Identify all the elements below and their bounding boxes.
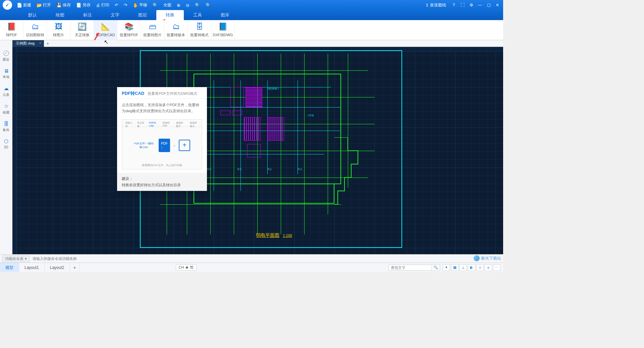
pan-button[interactable]: ✋平移 [131, 2, 149, 9]
tab-convert[interactable]: 转换 [156, 10, 184, 20]
sidebar-item-recent[interactable]: 🕘最近 [3, 50, 9, 62]
search-button[interactable]: 🔍 [432, 264, 440, 271]
document-tabs: 示例图.dwg× + [12, 40, 503, 47]
send-drawing-button[interactable]: ⇪发送图纸 [423, 2, 448, 9]
ribbon-dxf-dwg[interactable]: 📘DXF转DWG [211, 20, 235, 40]
layout-tab-model[interactable]: 模型 [0, 263, 19, 272]
ribbon-label: 批量转格式 [190, 32, 209, 38]
plus-icon: + [179, 140, 190, 151]
main-area: 🕘最近 🖥本地 ☁云盘 ☆收藏 🗄备份 ⬡3D 示例图.dwg× + [0, 40, 503, 254]
status-lineweight-icon[interactable]: ≡ [485, 264, 492, 271]
ribbon-batch-image[interactable]: 🗃批量转图片 [141, 20, 164, 40]
status-osnap-icon[interactable]: ◇ [476, 264, 484, 271]
redo-button[interactable]: ↷ [122, 2, 129, 8]
tab-default[interactable]: 默认 [19, 10, 46, 20]
status-grid-icon[interactable]: ▦ [451, 264, 459, 271]
save-button[interactable]: 💾保存 [54, 2, 73, 9]
ribbon-frame-convert[interactable]: 🗂识别图框转 [23, 20, 47, 40]
open-button[interactable]: 📂打开 [35, 2, 53, 9]
drawing-canvas[interactable]: C字形 消防楼梯门 办公 办公 办公 办公 弱电平面图1:100 PDF转CAD… [12, 47, 503, 254]
batchimg-icon: 🗃 [149, 22, 156, 31]
help-icon[interactable]: ? [451, 3, 457, 7]
title-bar-right: ⇪发送图纸 ? ⛶ ⚙ — ▢ ✕ [423, 2, 500, 9]
add-tab-button[interactable]: + [44, 41, 51, 46]
ribbon-tianzheng[interactable]: 🔄天正转换 [70, 20, 94, 40]
search-icon: 🔍 [433, 265, 438, 270]
layout-tab-1[interactable]: Layout1 [19, 263, 45, 272]
new-button[interactable]: 📄新建 [15, 2, 33, 9]
status-more-icon[interactable]: ⋯ [493, 264, 500, 271]
bottom-bar: 模型 Layout1 Layout2 + CH ☻ 简 🔍 ✦ ▦ ⊥ ◐ ◇ … [0, 263, 503, 272]
sidebar-label: 最近 [3, 57, 9, 62]
zoom-region-icon: 🔍 [153, 3, 158, 8]
minimize-icon[interactable]: — [477, 3, 483, 7]
close-icon[interactable]: ✕ [494, 3, 500, 7]
ime-indicator[interactable]: CH ☻ 简 [176, 264, 197, 271]
tooltip-advice-text: 转换前设置好转出方式以及转出目录 [122, 182, 202, 188]
open-icon: 📂 [37, 3, 42, 8]
ribbon-label: 批量转版本 [167, 32, 185, 38]
dxf-icon: 📘 [218, 22, 227, 31]
settings-icon[interactable]: ⚙ [468, 3, 474, 7]
tab-annotation[interactable]: 标注 [74, 10, 101, 20]
tab-tools[interactable]: 工具 [184, 10, 211, 20]
ribbon-to-pdf[interactable]: 📕转PDF [0, 20, 23, 40]
backup-icon: 🗄 [4, 121, 9, 127]
ribbon-to-image[interactable]: 🖼转图片 [47, 20, 70, 40]
sidebar-label: 收藏 [3, 110, 9, 115]
fit-button[interactable]: 全图 [161, 2, 173, 9]
star-icon: ☆ [4, 103, 8, 109]
sidebar-item-local[interactable]: 🖥本地 [3, 68, 9, 79]
sidebar-item-3d[interactable]: ⬡3D [4, 138, 8, 149]
fit-label: 全图 [163, 2, 171, 8]
layout-tab-add[interactable]: + [70, 263, 79, 272]
zoom3-button[interactable]: 🔍 [193, 2, 202, 8]
tab-layer[interactable]: 图层 [129, 10, 156, 20]
print-icon: 🖨 [96, 3, 100, 8]
saveas-icon: 📑 [76, 3, 82, 8]
tab-close-icon[interactable]: × [39, 41, 41, 45]
pdf-icon: 📕 [7, 22, 16, 31]
watermark-icon [474, 255, 480, 261]
zoom-region-button[interactable]: 🔍 [151, 2, 160, 8]
ribbon-label: 批量转PDF [120, 32, 138, 38]
search-input[interactable] [388, 265, 432, 271]
zoomin-button[interactable]: ⊕ [175, 2, 182, 8]
command-label[interactable]: 功能命令表▾ [2, 255, 30, 262]
title-bar: 📄新建 📂打开 💾保存 📑另存 🖨打印 ↶ ↷ ✋平移 🔍 全图 ⊕ ⊖ 🔍 🔍… [0, 0, 503, 10]
sidebar-item-favorite[interactable]: ☆收藏 [3, 103, 9, 115]
share-icon: ⇪ [425, 3, 429, 8]
print-button[interactable]: 🖨打印 [94, 2, 111, 9]
ribbon-label: 转图片 [53, 32, 64, 38]
status-snap-icon[interactable]: ✦ [443, 264, 450, 271]
tab-text[interactable]: 文字 [101, 10, 129, 20]
ribbon-pdf-to-cad[interactable]: 📐PDF转CAD [94, 20, 117, 40]
tab-draw[interactable]: 绘图 [46, 10, 74, 20]
undo-button[interactable]: ↶ [113, 2, 120, 8]
ribbon-batch-pdf[interactable]: 📚批量转PDF [117, 20, 141, 40]
maximize-icon[interactable]: ▢ [486, 3, 492, 7]
tooltip-footer: 建议： 转换前设置好转出方式以及转出目录 [117, 173, 207, 191]
print-label: 打印 [101, 2, 109, 8]
status-polar-icon[interactable]: ◐ [468, 264, 475, 271]
frame-icon: 🗂 [32, 22, 39, 31]
zoomin-icon: ⊕ [177, 3, 180, 8]
document-tab[interactable]: 示例图.dwg× [12, 40, 44, 47]
command-input[interactable] [30, 257, 501, 261]
fullscreen-icon[interactable]: ⛶ [460, 3, 466, 7]
layout-tab-2[interactable]: Layout2 [45, 263, 70, 272]
tab-library[interactable]: 图库 [211, 10, 239, 20]
saveas-button[interactable]: 📑另存 [74, 2, 93, 9]
sidebar-item-backup[interactable]: 🗄备份 [3, 121, 9, 132]
tooltip-popover: PDF转CAD 批量将PDF文件转为DWG格式 点击添加图纸，支持添加多个PDF… [117, 87, 207, 191]
tooltip-preview: 转换工具天正转换 PDF转CAD批量转PDF 批量转图片批量转格式 PDF文件 … [122, 119, 202, 169]
ribbon-batch-version[interactable]: 🗂批量转版本 [164, 20, 188, 40]
batchfmt-icon: 🗄 [196, 22, 203, 31]
local-icon: 🖥 [4, 68, 9, 74]
sidebar-item-cloud[interactable]: ☁云盘 [3, 85, 9, 97]
send-label: 发送图纸 [430, 2, 446, 8]
status-ortho-icon[interactable]: ⊥ [460, 264, 467, 271]
zoom4-button[interactable]: 🔍 [204, 2, 213, 8]
zoomout-button[interactable]: ⊖ [184, 2, 192, 8]
ribbon-batch-format[interactable]: 🗄批量转格式 [188, 20, 211, 40]
